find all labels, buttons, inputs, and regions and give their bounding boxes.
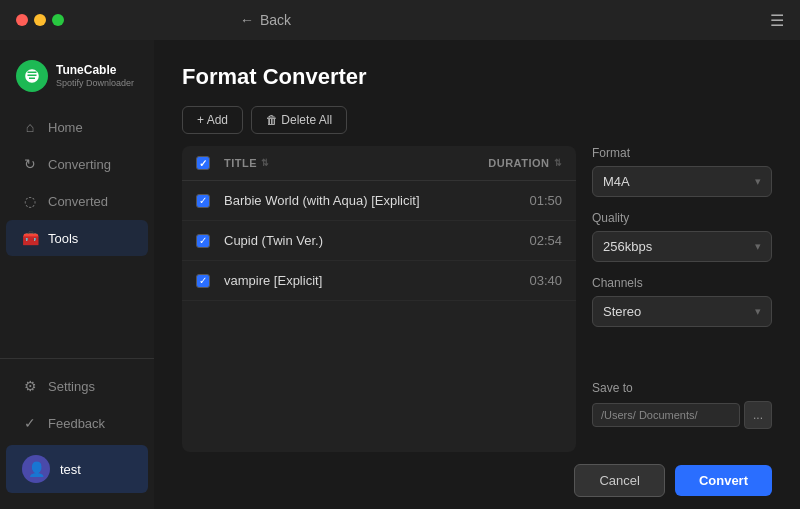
sidebar-item-converting-label: Converting <box>48 157 111 172</box>
logo-text: TuneCable Spotify Downloader <box>56 63 134 88</box>
app-subtitle: Spotify Downloader <box>56 78 134 89</box>
sidebar-item-settings[interactable]: ⚙ Settings <box>6 368 148 404</box>
format-group: Format M4A ▾ <box>592 146 772 197</box>
browse-icon: ... <box>753 408 763 422</box>
sidebar-nav: ⌂ Home ↻ Converting ◌ Converted 🧰 Tools <box>0 108 154 358</box>
table-row[interactable]: ✓ Barbie World (with Aqua) [Explicit] 01… <box>182 181 576 221</box>
back-button[interactable]: ← Back <box>240 12 291 28</box>
delete-all-button[interactable]: 🗑 Delete All <box>251 106 347 134</box>
menu-button[interactable]: ☰ <box>770 11 784 30</box>
channels-select[interactable]: Stereo ▾ <box>592 296 772 327</box>
user-profile[interactable]: 👤 test <box>6 445 148 493</box>
quality-label: Quality <box>592 211 772 225</box>
file-list-body: ✓ Barbie World (with Aqua) [Explicit] 01… <box>182 181 576 452</box>
quality-value: 256kbps <box>603 239 652 254</box>
save-to-label: Save to <box>592 381 772 395</box>
save-to-group: Save to /Users/ Documents/ ... <box>592 381 772 429</box>
sidebar-item-feedback[interactable]: ✓ Feedback <box>6 405 148 441</box>
sidebar-item-settings-label: Settings <box>48 379 95 394</box>
convert-button[interactable]: Convert <box>675 465 772 496</box>
logo-icon <box>16 60 48 92</box>
file-title-1: Cupid (Twin Ver.) <box>224 233 462 248</box>
sidebar-item-home-label: Home <box>48 120 83 135</box>
table-row[interactable]: ✓ vampire [Explicit] 03:40 <box>182 261 576 301</box>
app-name: TuneCable <box>56 63 134 77</box>
channels-label: Channels <box>592 276 772 290</box>
bottom-bar: Cancel Convert <box>154 452 800 509</box>
save-path-row: /Users/ Documents/ ... <box>592 401 772 429</box>
sidebar-item-feedback-label: Feedback <box>48 416 105 431</box>
format-select[interactable]: M4A ▾ <box>592 166 772 197</box>
back-icon: ← <box>240 12 254 28</box>
maximize-button[interactable] <box>52 14 64 26</box>
file-duration-2: 03:40 <box>462 273 562 288</box>
file-duration-1: 02:54 <box>462 233 562 248</box>
main-content: Format Converter + Add 🗑 Delete All ✓ TI… <box>154 40 800 509</box>
sidebar-item-tools-label: Tools <box>48 231 78 246</box>
file-title-0: Barbie World (with Aqua) [Explicit] <box>224 193 462 208</box>
home-icon: ⌂ <box>22 119 38 135</box>
format-arrow-icon: ▾ <box>755 175 761 188</box>
sidebar-item-converting[interactable]: ↻ Converting <box>6 146 148 182</box>
content-area: ✓ TITLE ⇅ DURATION ⇅ ✓ <box>154 146 800 452</box>
back-label: Back <box>260 12 291 28</box>
row-check-0[interactable]: ✓ <box>196 194 224 208</box>
minimize-button[interactable] <box>34 14 46 26</box>
sidebar: TuneCable Spotify Downloader ⌂ Home ↻ Co… <box>0 40 154 509</box>
quality-arrow-icon: ▾ <box>755 240 761 253</box>
row-check-1[interactable]: ✓ <box>196 234 224 248</box>
username: test <box>60 462 81 477</box>
checkbox-2[interactable]: ✓ <box>196 274 210 288</box>
cancel-button[interactable]: Cancel <box>574 464 664 497</box>
tools-icon: 🧰 <box>22 230 38 246</box>
titlebar: ← Back ☰ <box>0 0 800 40</box>
sidebar-logo: TuneCable Spotify Downloader <box>0 52 154 108</box>
file-duration-0: 01:50 <box>462 193 562 208</box>
file-title-2: vampire [Explicit] <box>224 273 462 288</box>
channels-group: Channels Stereo ▾ <box>592 276 772 327</box>
converted-icon: ◌ <box>22 193 38 209</box>
format-value: M4A <box>603 174 630 189</box>
row-check-2[interactable]: ✓ <box>196 274 224 288</box>
add-button[interactable]: + Add <box>182 106 243 134</box>
sidebar-item-converted-label: Converted <box>48 194 108 209</box>
header-duration: DURATION ⇅ <box>462 157 562 169</box>
channels-arrow-icon: ▾ <box>755 305 761 318</box>
app-body: TuneCable Spotify Downloader ⌂ Home ↻ Co… <box>0 40 800 509</box>
traffic-lights <box>16 14 64 26</box>
toolbar: + Add 🗑 Delete All <box>154 106 800 146</box>
checkbox-0[interactable]: ✓ <box>196 194 210 208</box>
page-title-area: Format Converter <box>154 40 800 106</box>
converting-icon: ↻ <box>22 156 38 172</box>
sidebar-item-converted[interactable]: ◌ Converted <box>6 183 148 219</box>
header-title: TITLE ⇅ <box>224 157 462 169</box>
quality-group: Quality 256kbps ▾ <box>592 211 772 262</box>
save-path-input[interactable]: /Users/ Documents/ <box>592 403 740 427</box>
header-check: ✓ <box>196 156 224 170</box>
table-row[interactable]: ✓ Cupid (Twin Ver.) 02:54 <box>182 221 576 261</box>
sidebar-bottom: ⚙ Settings ✓ Feedback 👤 test <box>0 358 154 497</box>
close-button[interactable] <box>16 14 28 26</box>
settings-icon: ⚙ <box>22 378 38 394</box>
select-all-checkbox[interactable]: ✓ <box>196 156 210 170</box>
feedback-icon: ✓ <box>22 415 38 431</box>
title-sort-icon[interactable]: ⇅ <box>261 158 270 168</box>
browse-button[interactable]: ... <box>744 401 772 429</box>
avatar-icon: 👤 <box>28 461 45 477</box>
checkbox-1[interactable]: ✓ <box>196 234 210 248</box>
format-label: Format <box>592 146 772 160</box>
duration-sort-icon[interactable]: ⇅ <box>554 158 563 168</box>
avatar: 👤 <box>22 455 50 483</box>
menu-icon: ☰ <box>770 12 784 29</box>
quality-select[interactable]: 256kbps ▾ <box>592 231 772 262</box>
sidebar-item-home[interactable]: ⌂ Home <box>6 109 148 145</box>
page-title: Format Converter <box>182 64 772 90</box>
file-list-panel: ✓ TITLE ⇅ DURATION ⇅ ✓ <box>182 146 576 452</box>
sidebar-item-tools[interactable]: 🧰 Tools <box>6 220 148 256</box>
channels-value: Stereo <box>603 304 641 319</box>
right-panel: Format M4A ▾ Quality 256kbps ▾ Channels <box>592 146 772 452</box>
file-list-header: ✓ TITLE ⇅ DURATION ⇅ <box>182 146 576 181</box>
